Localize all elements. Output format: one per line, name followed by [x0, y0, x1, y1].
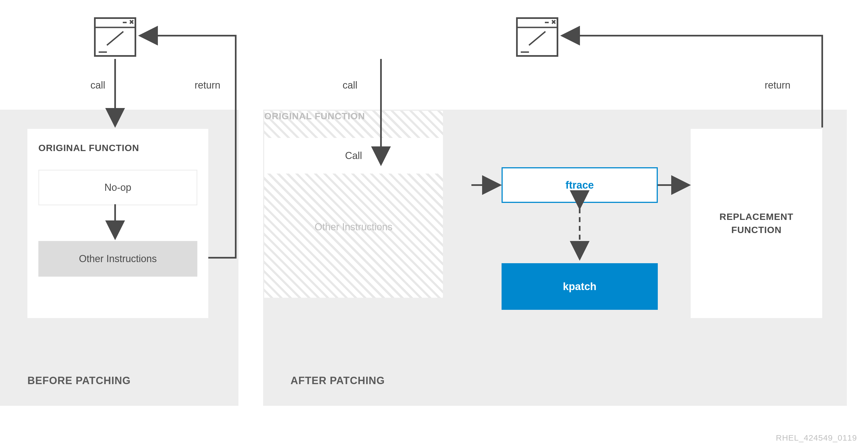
original-function-box-before: ORIGINAL FUNCTION No-op Other Instructio…: [27, 129, 208, 318]
original-function-title: ORIGINAL FUNCTION: [38, 143, 197, 153]
replacement-line1: REPLACEMENT: [719, 210, 794, 223]
noop-box: No-op: [38, 170, 197, 205]
call-label-right: call: [343, 80, 358, 91]
return-label-left: return: [195, 80, 220, 91]
before-patching-title: BEFORE PATCHING: [27, 375, 131, 387]
after-patching-title: AFTER PATCHING: [290, 375, 385, 387]
original-function-title-after: ORIGINAL FUNCTION: [264, 111, 443, 121]
call-box: Call: [264, 138, 443, 174]
original-function-box-after: ORIGINAL FUNCTION Call Other Instruction…: [263, 110, 444, 299]
window-icon: [515, 17, 559, 58]
svg-rect-5: [517, 18, 557, 56]
return-label-right: return: [765, 80, 790, 91]
window-icon: [93, 17, 137, 58]
replacement-line2: FUNCTION: [731, 223, 782, 237]
ftrace-box: ftrace: [502, 167, 658, 203]
svg-rect-0: [95, 18, 135, 56]
before-panel: ORIGINAL FUNCTION No-op Other Instructio…: [0, 110, 239, 406]
other-instructions-box: Other Instructions: [38, 241, 197, 277]
replacement-function-box: REPLACEMENT FUNCTION: [691, 129, 822, 318]
kpatch-box: kpatch: [502, 263, 658, 310]
call-label-left: call: [90, 80, 105, 91]
footer-id: RHEL_424549_0119: [776, 433, 857, 443]
other-instructions-after: Other Instructions: [264, 209, 443, 245]
after-panel: ORIGINAL FUNCTION Call Other Instruction…: [263, 110, 847, 406]
